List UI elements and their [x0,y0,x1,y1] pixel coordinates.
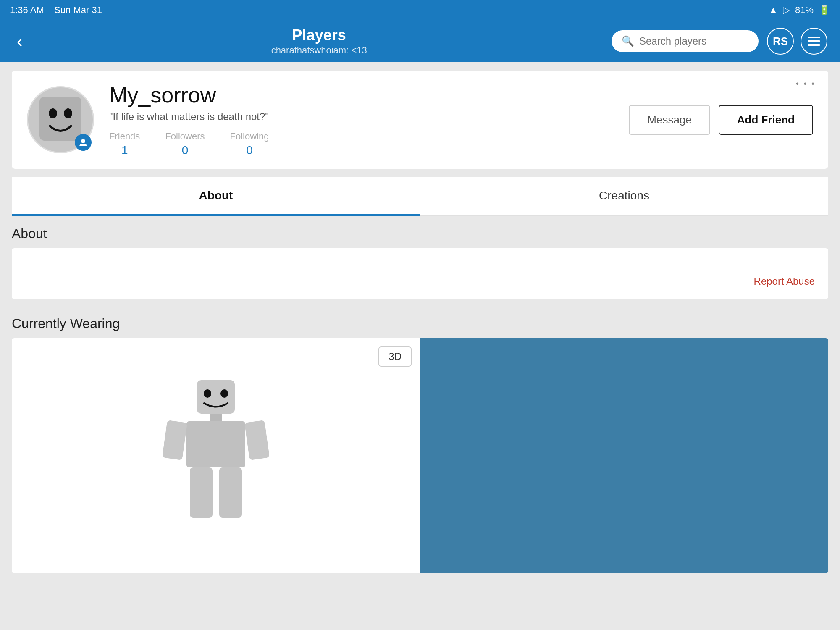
tabs-bar: About Creations [12,177,828,216]
search-container: 🔍 [612,30,759,52]
robux-button[interactable]: RS [767,28,794,55]
svg-point-9 [220,389,228,398]
menu-button[interactable] [801,28,827,55]
report-abuse-button[interactable]: Report Abuse [25,276,815,287]
svg-rect-0 [808,37,820,38]
search-icon: 🔍 [622,35,634,47]
svg-rect-7 [197,380,235,414]
content-area: About Report Abuse Currently Wearing 3D [0,216,840,573]
wifi-icon: ▲ [769,5,778,16]
svg-rect-2 [808,44,820,46]
following-stat: Following 0 [230,131,269,157]
nav-bar: ‹ Players charathatswhoiam: <13 🔍 RS [0,20,840,62]
svg-rect-10 [210,414,222,421]
status-bar: 1:36 AM Sun Mar 31 ▲ ▷ 81% 🔋 [0,0,840,20]
nav-subtitle: charathatswhoiam: <13 [35,45,603,56]
tab-creations[interactable]: Creations [420,177,828,216]
signal-icon: ▷ [783,5,790,16]
battery-display: 81% [795,5,814,16]
friends-label: Friends [109,131,140,142]
profile-actions: Message Add Friend [629,105,813,135]
status-bar-icons: ▲ ▷ 81% 🔋 [769,5,830,16]
svg-rect-13 [244,420,270,460]
wearing-content: 3D [12,338,828,573]
svg-rect-15 [219,467,242,518]
time-display: 1:36 AM [10,5,44,15]
profile-name: My_sorrow [109,82,614,108]
user-icon [79,138,88,147]
svg-rect-3 [39,97,81,141]
profile-card: My_sorrow "If life is what matters is de… [12,71,828,169]
svg-rect-14 [190,467,213,518]
nav-title: Players [35,26,603,44]
friends-value: 1 [109,144,140,157]
battery-icon: 🔋 [819,5,830,16]
status-bar-time: 1:36 AM Sun Mar 31 [10,5,102,16]
about-box: Report Abuse [12,248,828,299]
currently-wearing-section: Currently Wearing 3D [12,309,828,573]
add-friend-button[interactable]: Add Friend [719,105,813,135]
svg-point-4 [49,108,57,118]
date-display: Sun Mar 31 [54,5,102,15]
following-value: 0 [230,144,269,157]
following-label: Following [230,131,269,142]
about-section-title: About [12,216,828,248]
svg-point-5 [64,108,72,118]
message-button[interactable]: Message [629,105,710,135]
followers-stat: Followers 0 [165,131,205,157]
wearing-title: Currently Wearing [12,309,828,338]
search-input[interactable] [639,35,748,47]
followers-value: 0 [165,144,205,157]
friends-stat: Friends 1 [109,131,140,157]
profile-stats: Friends 1 Followers 0 Following 0 [109,131,614,157]
roblox-character [153,372,279,540]
wearing-character-panel: 3D [12,338,420,573]
btn-3d[interactable]: 3D [378,346,412,367]
avatar-wrap [27,86,94,153]
svg-rect-11 [186,421,245,467]
svg-rect-1 [808,40,820,42]
profile-menu-dots[interactable]: • • • [796,79,816,89]
back-button[interactable]: ‹ [13,29,26,54]
profile-info: My_sorrow "If life is what matters is de… [109,82,614,157]
followers-label: Followers [165,131,205,142]
nav-icon-group: RS [767,28,827,55]
svg-rect-12 [162,420,187,460]
tab-about[interactable]: About [12,177,420,216]
about-divider [25,267,815,267]
svg-point-6 [81,139,85,143]
nav-title-block: Players charathatswhoiam: <13 [35,26,603,56]
avatar-badge [75,134,92,151]
hamburger-icon [808,37,820,46]
svg-point-8 [204,389,211,398]
wearing-items-panel [420,338,828,573]
profile-bio: "If life is what matters is death not?" [109,111,614,123]
